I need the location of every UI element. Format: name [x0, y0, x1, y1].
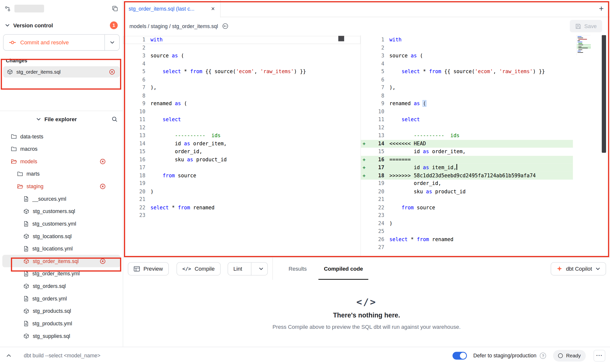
compile-button[interactable]: </> Compile: [176, 262, 220, 275]
editor-pane-right[interactable]: 1with23source as (45 select * from {{ so…: [360, 35, 610, 257]
code-line-17[interactable]: 17: [123, 164, 360, 171]
code-line-5[interactable]: 5 select * from {{ source('ecom', 'raw_i…: [123, 68, 360, 76]
code-line-22[interactable]: 22 from source: [361, 204, 573, 212]
lint-button[interactable]: Lint: [228, 265, 248, 272]
file-tree-item-stg_products.sql[interactable]: stg_products.sql: [2, 305, 120, 317]
editor-pane-left[interactable]: 1with23source as (45 select * from {{ so…: [123, 35, 360, 257]
file-tree-item-stg_locations.yml[interactable]: stg_locations.yml: [2, 242, 120, 255]
code-line-20[interactable]: 20): [123, 188, 360, 196]
code-line-8[interactable]: 8: [123, 92, 360, 100]
minimap[interactable]: [576, 35, 591, 55]
lint-options-dropdown[interactable]: [255, 266, 268, 271]
code-line-1[interactable]: 1with: [361, 36, 573, 44]
ready-status-badge[interactable]: Ready: [553, 350, 586, 361]
tab-stg-order-items[interactable]: stg_order_items.sql (last c... ×: [123, 0, 220, 17]
code-line-14[interactable]: +14<<<<<<< HEAD: [361, 140, 573, 148]
code-line-27[interactable]: 27: [361, 244, 573, 251]
code-line-23[interactable]: 23: [123, 212, 360, 219]
tab-close-icon[interactable]: ×: [211, 6, 215, 12]
code-line-24[interactable]: 24): [361, 219, 573, 227]
code-line-11[interactable]: 11 select: [361, 116, 573, 124]
code-line-13[interactable]: 13 ---------- ids: [123, 132, 360, 140]
new-tab-button[interactable]: +: [599, 4, 604, 13]
code-line-12[interactable]: 12: [361, 124, 573, 132]
code-line-9[interactable]: 9renamed as (: [361, 100, 573, 108]
defer-toggle[interactable]: [453, 352, 467, 360]
code-line-4[interactable]: 4: [361, 60, 573, 68]
code-line-6[interactable]: 6: [361, 76, 573, 84]
code-line-11[interactable]: 11 select: [123, 116, 360, 124]
file-tree-item-macros[interactable]: macros: [2, 143, 120, 155]
dbt-command-input[interactable]: dbt build --select <model_name>: [24, 353, 101, 359]
code-line-21[interactable]: 21: [361, 196, 573, 203]
code-line-7[interactable]: 7),: [123, 84, 360, 92]
code-line-16[interactable]: +16=======: [361, 156, 573, 164]
more-options-button[interactable]: ···: [593, 350, 605, 361]
code-line-6[interactable]: 6: [123, 76, 360, 84]
changed-file-item[interactable]: stg_order_items.sql: [3, 66, 120, 78]
code-line-17[interactable]: +17 id as item_id,: [361, 164, 573, 171]
code-line-10[interactable]: 10: [361, 108, 573, 116]
dbt-copilot-button[interactable]: dbt Copilot: [551, 262, 606, 275]
code-line-19[interactable]: 19 order_id,: [361, 180, 573, 187]
code-line-8[interactable]: 8: [361, 92, 573, 100]
file-tree-item-stg_supplies.sql[interactable]: stg_supplies.sql: [2, 330, 120, 342]
code-line-22[interactable]: 22select * from renamed: [123, 204, 360, 212]
discard-change-icon[interactable]: [100, 183, 106, 189]
help-icon[interactable]: ?: [540, 352, 546, 359]
code-line-4[interactable]: 4: [123, 60, 360, 68]
code-line-15[interactable]: 15 id as order_item,: [361, 148, 573, 156]
code-line-3[interactable]: 3source as (: [361, 52, 573, 60]
file-tree-item-stg_order_items.yml[interactable]: stg_order_items.yml: [2, 267, 120, 280]
preview-button[interactable]: Preview: [128, 262, 169, 275]
code-line-18[interactable]: 18 from source: [123, 172, 360, 180]
commit-options-dropdown[interactable]: [104, 35, 119, 50]
file-tree-item-marts[interactable]: marts: [2, 167, 120, 180]
code-line-2[interactable]: 2: [361, 44, 573, 52]
file-tree-item-stg_orders.sql[interactable]: stg_orders.sql: [2, 280, 120, 292]
code-line-1[interactable]: 1with: [123, 36, 360, 44]
file-tree-item-__sources.yml[interactable]: __sources.yml: [2, 193, 120, 205]
lineage-icon[interactable]: [222, 23, 228, 29]
file-tree-item-stg_orders.yml[interactable]: stg_orders.yml: [2, 292, 120, 305]
code-line-19[interactable]: 19: [123, 180, 360, 187]
discard-change-icon[interactable]: [109, 69, 115, 75]
code-line-16[interactable]: 16 sku as product_id: [123, 156, 360, 164]
file-tree-item-models[interactable]: models: [2, 155, 120, 168]
left-pane-scrollbar-thumb[interactable]: [338, 36, 344, 41]
code-line-5[interactable]: 5 select * from {{ source('ecom', 'raw_i…: [361, 68, 573, 76]
code-line-12[interactable]: 12: [123, 124, 360, 132]
file-tree-item-stg_customers.yml[interactable]: stg_customers.yml: [2, 217, 120, 230]
copy-icon[interactable]: [112, 5, 118, 12]
code-line-3[interactable]: 3source as (: [123, 52, 360, 60]
editor-scrollbar-thumb[interactable]: [602, 35, 606, 153]
tab-compiled-code[interactable]: Compiled code: [324, 257, 363, 280]
code-line-9[interactable]: 9renamed as (: [123, 100, 360, 108]
code-line-2[interactable]: 2: [123, 44, 360, 52]
file-tree-item-staging[interactable]: staging: [2, 180, 120, 193]
code-line-18[interactable]: +18>>>>>>> 58c1dd23d5eebd9cd2495fa7124ab…: [361, 172, 573, 180]
version-control-header[interactable]: Version control 1: [0, 17, 123, 33]
tab-results[interactable]: Results: [288, 257, 307, 280]
discard-change-icon[interactable]: [100, 158, 106, 164]
file-tree-item-stg_order_items.sql[interactable]: stg_order_items.sql: [2, 255, 120, 267]
file-tree-item-stg_customers.sql[interactable]: stg_customers.sql: [2, 205, 120, 217]
code-line-25[interactable]: 25: [361, 228, 573, 235]
code-line-20[interactable]: 20 sku as product_id: [361, 188, 573, 196]
code-line-21[interactable]: 21: [123, 196, 360, 203]
file-explorer-header[interactable]: File explorer: [0, 111, 123, 127]
code-line-7[interactable]: 7),: [361, 84, 573, 92]
file-tree-item-stg_locations.sql[interactable]: stg_locations.sql: [2, 230, 120, 242]
code-line-13[interactable]: 13 ---------- ids: [361, 132, 573, 140]
code-line-14[interactable]: 14 id as order_item,: [123, 140, 360, 148]
save-button[interactable]: Save: [570, 20, 602, 33]
code-line-23[interactable]: 23: [361, 212, 573, 219]
workspace-graph-icon[interactable]: [5, 6, 11, 12]
commit-and-resolve-button[interactable]: Commit and resolve: [3, 35, 104, 50]
file-tree-item-stg_products.yml[interactable]: stg_products.yml: [2, 317, 120, 330]
code-line-10[interactable]: 10: [123, 108, 360, 116]
file-tree-item-data-tests[interactable]: data-tests: [2, 130, 120, 143]
code-line-26[interactable]: 26select * from renamed: [361, 235, 573, 243]
code-line-15[interactable]: 15 order_id,: [123, 148, 360, 156]
search-icon[interactable]: [111, 116, 118, 122]
